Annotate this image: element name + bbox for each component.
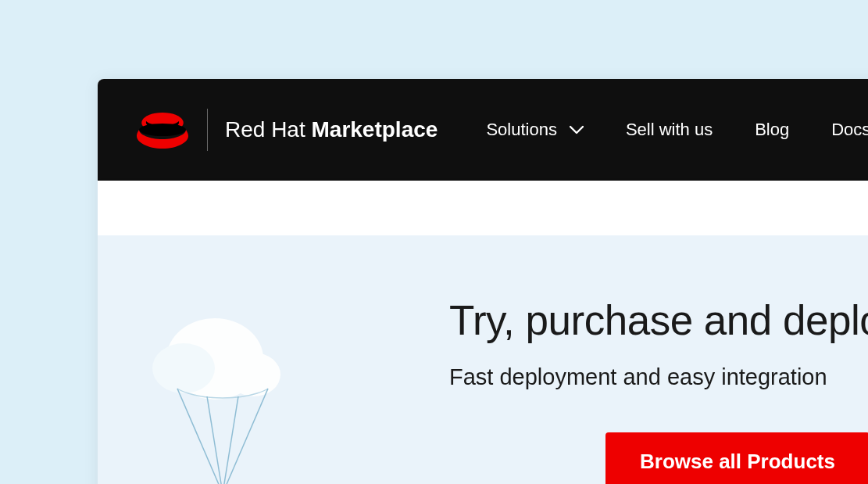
svg-line-6 bbox=[223, 396, 238, 484]
brand-name: Red Hat Marketplace bbox=[225, 117, 438, 142]
nav-sell-label: Sell with us bbox=[626, 120, 713, 140]
topbar: Red Hat Marketplace Solutions Sell with … bbox=[98, 79, 868, 181]
nav-docs[interactable]: Docs bbox=[831, 120, 868, 140]
nav-solutions[interactable]: Solutions bbox=[486, 120, 584, 140]
hero-content: Try, purchase and deploy Fast deployment… bbox=[449, 296, 868, 484]
svg-line-7 bbox=[223, 389, 268, 484]
brand[interactable]: Red Hat Marketplace bbox=[135, 109, 438, 151]
main-nav: Solutions Sell with us Blog Docs bbox=[486, 120, 868, 140]
redhat-logo-icon bbox=[135, 109, 190, 150]
brand-divider bbox=[207, 109, 208, 151]
nav-docs-label: Docs bbox=[831, 120, 868, 140]
app-window: Red Hat Marketplace Solutions Sell with … bbox=[98, 79, 868, 484]
browse-all-products-button[interactable]: Browse all Products bbox=[605, 432, 868, 484]
hero-section: Try, purchase and deploy Fast deployment… bbox=[98, 235, 868, 484]
parachute-cloud-illustration bbox=[129, 296, 316, 484]
svg-line-4 bbox=[177, 389, 223, 484]
hero-subtitle: Fast deployment and easy integration bbox=[449, 364, 868, 390]
svg-point-3 bbox=[227, 353, 280, 396]
hero-title: Try, purchase and deploy bbox=[449, 296, 868, 344]
nav-blog[interactable]: Blog bbox=[755, 120, 789, 140]
nav-blog-label: Blog bbox=[755, 120, 789, 140]
svg-line-5 bbox=[207, 396, 223, 484]
nav-sell-with-us[interactable]: Sell with us bbox=[626, 120, 713, 140]
svg-point-2 bbox=[152, 343, 215, 393]
nav-solutions-label: Solutions bbox=[486, 120, 557, 140]
subbar: Show bbox=[98, 181, 868, 235]
chevron-down-icon bbox=[570, 125, 584, 134]
